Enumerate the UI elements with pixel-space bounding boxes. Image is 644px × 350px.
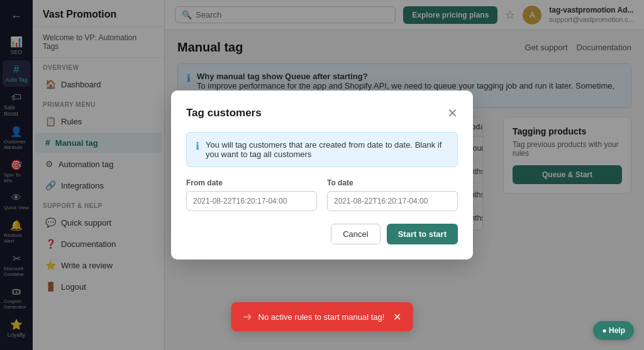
- help-button[interactable]: ● Help: [593, 321, 634, 340]
- toast-message: No active rules to start manual tag!: [258, 312, 385, 322]
- from-date-field: From date: [186, 178, 317, 211]
- modal-overlay[interactable]: Tag customers ✕ ℹ You will tag customers…: [0, 0, 644, 350]
- modal-info-icon: ℹ: [196, 140, 199, 159]
- cancel-button[interactable]: Cancel: [331, 224, 380, 244]
- start-to-start-button[interactable]: Start to start: [387, 224, 458, 244]
- from-date-label: From date: [186, 178, 317, 187]
- modal-info-box: ℹ You will tag customers that are create…: [186, 132, 458, 167]
- toast-notification: ➜ No active rules to start manual tag! ✕: [231, 302, 413, 331]
- toast-close-button[interactable]: ✕: [393, 311, 401, 323]
- modal-actions: Cancel Start to start: [186, 224, 458, 244]
- to-date-label: To date: [327, 178, 458, 187]
- to-date-input[interactable]: [327, 191, 458, 211]
- modal-fields: From date To date: [186, 178, 458, 211]
- modal-close-button[interactable]: ✕: [447, 106, 458, 121]
- to-date-field: To date: [327, 178, 458, 211]
- modal-info-text: You will tag customers that are created …: [206, 140, 448, 159]
- from-date-input[interactable]: [186, 191, 317, 211]
- toast-arrow-icon: ➜: [243, 310, 252, 324]
- tag-customers-modal: Tag customers ✕ ℹ You will tag customers…: [171, 90, 473, 260]
- modal-title: Tag customers: [186, 107, 262, 119]
- modal-header: Tag customers ✕: [186, 106, 458, 121]
